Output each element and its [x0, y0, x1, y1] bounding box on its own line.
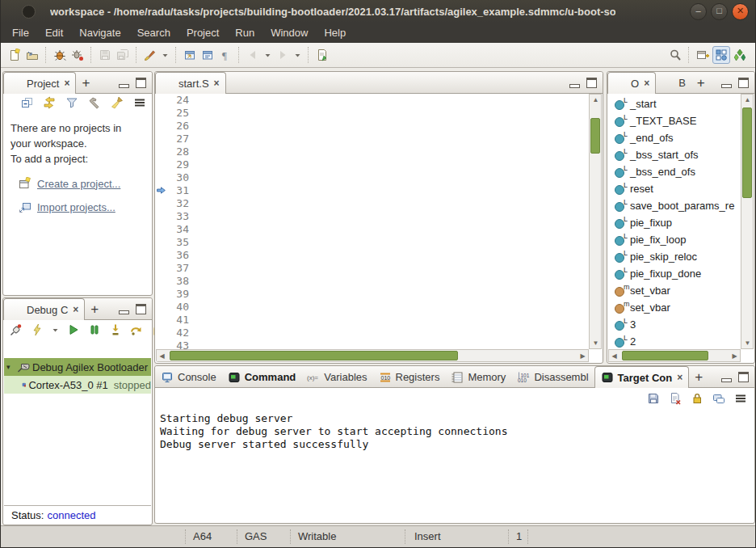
console-output[interactable]: Starting debug serverWaiting for debug s… [156, 408, 754, 522]
annotation-ruler[interactable] [156, 210, 168, 223]
code-line-28[interactable]: 28 [156, 145, 589, 158]
scroll-right-icon[interactable]: ▶ [729, 351, 740, 361]
debug-tree-row[interactable]: ▾Debug Agilex Bootloader [4, 358, 151, 376]
scroll-left-icon[interactable]: ◀ [609, 351, 620, 361]
code-line-41[interactable]: 41 [156, 314, 589, 327]
maximize-view-icon[interactable] [136, 304, 146, 314]
minimize-view-icon[interactable] [721, 84, 732, 88]
outline-item[interactable]: L_end_ofs [608, 129, 741, 146]
outline-item[interactable]: Lpie_fixup [608, 214, 741, 231]
tab-registers[interactable]: 010Registers [373, 367, 446, 387]
maximize-view-icon[interactable] [586, 78, 597, 88]
code-line-39[interactable]: 39 [156, 288, 589, 301]
collapse-all-button[interactable] [19, 95, 35, 111]
annotation-ruler[interactable] [156, 262, 168, 275]
code-line-34[interactable]: 34 [156, 223, 589, 236]
code-line-29[interactable]: 29 [156, 158, 589, 171]
code-line-38[interactable]: 38 [156, 275, 589, 288]
hammer-button[interactable] [86, 95, 103, 111]
code-editor[interactable]: 2425262728293031323334353637383940414243… [156, 94, 602, 362]
drop-button[interactable] [160, 50, 170, 61]
tab-disassembl[interactable]: 101010Disassembl [511, 367, 594, 387]
code-line-40[interactable]: 40 [156, 301, 589, 314]
titlebar[interactable]: workspace - /home/radu/tasks/projects/bu… [1, 0, 755, 23]
code-area[interactable]: 2425262728293031323334353637383940414243… [156, 94, 589, 362]
tab-memory[interactable]: Memory [445, 367, 511, 387]
scrollbar-thumb[interactable] [170, 351, 458, 360]
clear-console-button[interactable] [667, 390, 683, 407]
code-line-25[interactable]: 25 [156, 107, 589, 120]
menu-search[interactable]: Search [129, 24, 178, 41]
open-type-button[interactable] [200, 47, 216, 63]
close-tab-icon[interactable]: × [644, 78, 649, 89]
maximize-button[interactable]: □ [711, 3, 728, 20]
resume-button[interactable] [65, 322, 82, 338]
code-line-37[interactable]: 37 [156, 262, 589, 275]
menu-edit[interactable]: Edit [37, 24, 71, 41]
code-line-42[interactable]: 42 [156, 327, 589, 339]
new-view-button[interactable]: + [76, 74, 95, 93]
persp-open-button[interactable] [695, 47, 711, 63]
drop-button[interactable] [50, 325, 61, 335]
close-tab-icon[interactable]: × [64, 78, 69, 89]
outline-item[interactable]: Lsave_boot_params_re [608, 197, 741, 214]
close-button[interactable]: ✕ [732, 3, 749, 20]
outline-item[interactable]: Lpie_skip_reloc [608, 248, 741, 265]
import-projects-link[interactable]: Import projects... [37, 201, 116, 213]
annotation-ruler[interactable] [156, 171, 168, 184]
annotation-ruler[interactable] [156, 197, 168, 210]
annotation-ruler[interactable] [156, 120, 168, 133]
code-line-32[interactable]: 32 [156, 197, 589, 210]
editor-vscrollbar[interactable]: ▲ ▼ [589, 94, 602, 349]
code-line-33[interactable]: 33 [156, 210, 589, 223]
tab-breakpoints[interactable]: B [656, 73, 691, 93]
annotation-ruler[interactable] [156, 249, 168, 262]
editor-hscrollbar[interactable]: ◀ ▶ [156, 349, 589, 362]
annotation-ruler[interactable] [156, 145, 168, 158]
save-all-button[interactable] [115, 47, 131, 63]
new-view-button[interactable]: + [689, 368, 708, 387]
debug-tree-row[interactable]: Cortex-A53_0 #1stopped [4, 376, 151, 394]
scrollbar-thumb[interactable] [622, 351, 708, 360]
attach-bug-button[interactable] [69, 47, 86, 63]
new-view-button[interactable]: + [691, 74, 711, 93]
new-view-button[interactable]: + [85, 300, 104, 319]
maximize-view-icon[interactable] [738, 78, 749, 88]
tab-start-s[interactable]: start.S × [155, 72, 226, 94]
pin-console-button[interactable] [711, 390, 727, 407]
outline-item[interactable]: L2 [608, 333, 741, 349]
outline-item[interactable]: mset_vbar [608, 299, 741, 316]
scroll-left-icon[interactable]: ◀ [157, 351, 167, 361]
scrollbar-thumb[interactable] [590, 118, 600, 154]
scroll-down-icon[interactable]: ▼ [590, 338, 601, 348]
outline-item[interactable]: L_bss_end_ofs [608, 163, 741, 180]
tab-console[interactable]: Console [155, 367, 222, 387]
search-button[interactable] [667, 47, 683, 63]
annotation-ruler[interactable] [156, 223, 168, 236]
menu-bars-button[interactable] [733, 390, 749, 407]
persp-debug-button[interactable] [712, 46, 730, 64]
scroll-lock-button[interactable] [689, 390, 705, 407]
outline-vscrollbar[interactable]: ▲ ▼ [741, 94, 754, 349]
minimize-view-icon[interactable] [119, 84, 129, 88]
code-line-30[interactable]: 30 [156, 171, 589, 184]
outline-item[interactable]: mset_vbar [608, 282, 741, 299]
new-file-button[interactable] [6, 47, 23, 63]
debug-view-menu[interactable] [7, 340, 20, 356]
code-line-24[interactable]: 24 [156, 94, 589, 107]
code-line-31[interactable]: 31 [156, 184, 589, 197]
import-button[interactable] [24, 47, 40, 63]
scrollbar-thumb[interactable] [742, 107, 752, 198]
menu-navigate[interactable]: Navigate [71, 24, 128, 41]
back-button[interactable] [245, 47, 261, 63]
scroll-right-icon[interactable]: ▶ [578, 351, 588, 361]
code-line-36[interactable]: 36 [156, 249, 589, 262]
tab-project[interactable]: Project × [3, 72, 76, 94]
outline-item[interactable]: L_start [608, 95, 741, 112]
annotation-ruler[interactable] [156, 314, 168, 327]
new-project-link[interactable]: Create a project... [37, 178, 120, 190]
flash-button[interactable] [29, 322, 45, 338]
step-into-button[interactable] [107, 322, 124, 338]
menu-project[interactable]: Project [178, 24, 227, 41]
menu-bars-button[interactable] [132, 95, 148, 111]
